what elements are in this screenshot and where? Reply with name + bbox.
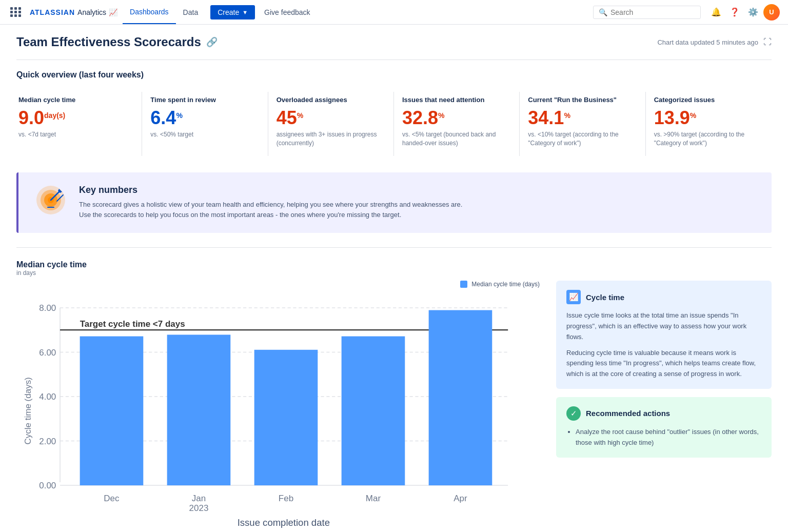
cycle-time-text2: Reducing cycle time is valuable because … (566, 348, 761, 380)
nav-dashboards[interactable]: Dashboards (123, 0, 176, 24)
svg-text:8.00: 8.00 (39, 303, 56, 313)
fullscreen-icon[interactable]: ⛶ (763, 37, 772, 47)
info-panels: 📈 Cycle time Issue cycle time looks at t… (556, 260, 772, 531)
legend-box (460, 281, 467, 288)
cycle-time-panel-header: 📈 Cycle time (566, 290, 761, 304)
metric-number: 6.4 (150, 109, 176, 127)
metric-number: 13.9 (654, 109, 690, 127)
metric-sub: vs. <5% target (bounced back and handed-… (402, 130, 513, 148)
metric-sup: % (438, 112, 444, 119)
metric-sup: % (690, 112, 696, 119)
metric-categorized: Categorized issues 13.9 % vs. >90% targe… (646, 92, 772, 156)
notifications-icon[interactable]: 🔔 (708, 4, 724, 21)
legend-label: Median cycle time (days) (471, 281, 540, 288)
cycle-time-text1: Issue cycle time looks at the total time… (566, 310, 761, 342)
metric-value: 6.4 % (150, 109, 261, 127)
metric-sup: day(s) (44, 112, 65, 119)
header-divider (16, 60, 772, 60)
search-input[interactable] (610, 8, 695, 16)
avatar[interactable]: U (763, 4, 780, 21)
svg-text:Feb: Feb (279, 494, 293, 503)
metric-sup: % (176, 112, 182, 119)
bullseye-svg (35, 185, 66, 215)
nav-icon-group: 🔔 ❓ ⚙️ U (708, 4, 780, 21)
recommended-panel-header: ✓ Recommended actions (566, 406, 761, 421)
metric-label: Categorized issues (654, 96, 770, 104)
metric-label: Median cycle time (18, 96, 135, 104)
metric-sub: vs. <50% target (150, 130, 261, 139)
chart-subtitle: in days (16, 269, 540, 277)
metric-value: 9.0 day(s) (18, 109, 135, 127)
metric-review-time: Time spent in review 6.4 % vs. <50% targ… (142, 92, 268, 156)
svg-text:Issue completion date: Issue completion date (238, 517, 330, 528)
chart-section: Median cycle time in days Median cycle t… (16, 260, 772, 531)
main-content: Team Effectiveness Scorecards 🔗 Chart da… (0, 25, 788, 532)
metric-cycle-time: Median cycle time 9.0 day(s) vs. <7d tar… (16, 92, 142, 156)
bar-apr (429, 310, 493, 486)
metric-sub: vs. <10% target (according to the "Categ… (528, 130, 639, 148)
atlassian-logo[interactable]: ATLASSIAN Analytics 📈 (30, 8, 117, 16)
metric-number: 45 (277, 109, 297, 127)
atlassian-wordmark: ATLASSIAN (30, 8, 75, 16)
link-icon[interactable]: 🔗 (206, 36, 218, 48)
svg-text:4.00: 4.00 (39, 392, 56, 402)
cycle-time-panel-title: Cycle time (586, 293, 624, 302)
bar-feb (254, 350, 318, 485)
metric-value: 13.9 % (654, 109, 770, 127)
metric-label: Time spent in review (150, 96, 261, 104)
chart-updated: Chart data updated 5 minutes ago ⛶ (657, 37, 772, 47)
metric-label: Issues that need attention (402, 96, 513, 104)
metric-sub: vs. >90% target (according to the "Categ… (654, 130, 770, 148)
svg-text:Jan: Jan (192, 494, 206, 503)
metrics-grid: Median cycle time 9.0 day(s) vs. <7d tar… (16, 92, 772, 156)
help-icon[interactable]: ❓ (726, 4, 743, 21)
key-numbers-banner: Key numbers The scorecard gives a holist… (16, 172, 772, 233)
svg-text:2023: 2023 (189, 503, 209, 513)
metric-overloaded: Overloaded assignees 45 % assignees with… (268, 92, 394, 156)
nav-bar: ATLASSIAN Analytics 📈 Dashboards Data Cr… (0, 0, 788, 25)
svg-text:2.00: 2.00 (39, 437, 56, 446)
key-numbers-content: Key numbers The scorecard gives a holist… (79, 185, 462, 221)
bar-jan (167, 335, 231, 486)
overview-section: Quick overview (last four weeks) Median … (16, 70, 772, 233)
cycle-time-panel: 📈 Cycle time Issue cycle time looks at t… (556, 281, 772, 389)
metric-attention: Issues that need attention 32.8 % vs. <5… (394, 92, 520, 156)
metric-number: 34.1 (528, 109, 564, 127)
chart-title: Median cycle time (16, 260, 540, 269)
metric-value: 34.1 % (528, 109, 639, 127)
bar-mar (342, 337, 405, 486)
metric-sub: vs. <7d target (18, 130, 135, 139)
recommended-bullets: Analyze the root cause behind "outlier" … (566, 427, 761, 448)
chart-container: Median cycle time in days Median cycle t… (16, 260, 540, 531)
cycle-time-panel-icon: 📈 (566, 290, 581, 304)
analytics-chart-icon: 📈 (109, 8, 117, 16)
chevron-down-icon: ▼ (242, 9, 248, 15)
updated-text: Chart data updated 5 minutes ago (657, 38, 758, 46)
svg-text:0.00: 0.00 (39, 481, 56, 490)
overview-title: Quick overview (last four weeks) (16, 70, 772, 80)
feedback-link[interactable]: Give feedback (258, 6, 317, 18)
recommended-panel-icon: ✓ (566, 406, 581, 421)
bar-chart-svg: Cycle time (days) 8.00 6.00 4.00 2.00 0.… (16, 292, 540, 530)
search-box[interactable]: 🔍 (593, 6, 701, 19)
create-button[interactable]: Create ▼ (210, 5, 255, 19)
analytics-wordmark: Analytics (77, 8, 106, 16)
key-numbers-title: Key numbers (79, 185, 462, 195)
bar-dec (80, 337, 144, 486)
target-icon (33, 185, 69, 215)
recommended-panel: ✓ Recommended actions Analyze the root c… (556, 397, 772, 458)
metric-sup: % (564, 112, 570, 119)
key-numbers-text1: The scorecard gives a holistic view of y… (79, 200, 462, 210)
metric-value: 45 % (277, 109, 387, 127)
nav-data[interactable]: Data (176, 0, 206, 24)
svg-text:Target cycle time <7 days: Target cycle time <7 days (80, 319, 185, 329)
metric-label: Overloaded assignees (277, 96, 387, 104)
settings-icon[interactable]: ⚙️ (745, 4, 761, 21)
svg-text:Cycle time (days): Cycle time (days) (23, 377, 33, 444)
page-title-group: Team Effectiveness Scorecards 🔗 (16, 35, 218, 49)
metric-label: Current "Run the Business" (528, 96, 639, 104)
apps-grid-icon[interactable] (8, 5, 24, 19)
metric-number: 32.8 (402, 109, 438, 127)
recommended-panel-title: Recommended actions (586, 409, 670, 418)
metric-sub: assignees with 3+ issues in progress (co… (277, 130, 387, 148)
